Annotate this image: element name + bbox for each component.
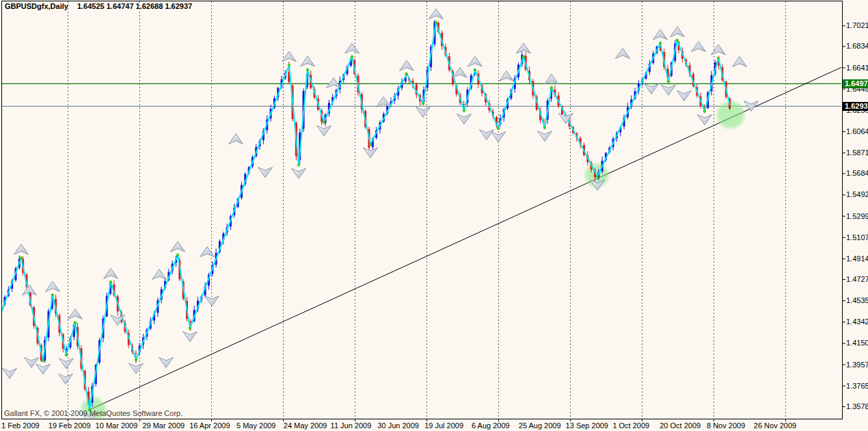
chart-window: GBPUSDgfx,Daily1.64525 1.64747 1.62688 1… xyxy=(0,0,868,431)
price-tick-label: 1.58715 xyxy=(846,148,868,157)
date-axis[interactable]: 1 Feb 200919 Feb 200910 Mar 200929 Mar 2… xyxy=(0,421,868,431)
price-tick-label: 1.49145 xyxy=(846,254,868,263)
date-label: 26 Nov 2009 xyxy=(754,421,796,430)
date-label: 6 Aug 2009 xyxy=(472,421,510,430)
price-tick-label: 1.66415 xyxy=(846,64,868,72)
price-tick-label: 1.52995 xyxy=(846,212,868,220)
date-label: 16 Apr 2009 xyxy=(189,421,230,430)
price-tick-label: 1.45350 xyxy=(846,296,868,304)
ohlc-quotes: 1.64525 1.64747 1.62688 1.62937 xyxy=(77,2,192,10)
date-label: 1 Oct 2009 xyxy=(612,421,649,430)
copyright-text: Gallant FX, © 2001-2009 MetaQuotes Softw… xyxy=(4,409,182,417)
date-label: 5 May 2009 xyxy=(236,421,275,430)
price-tick-label: 1.60640 xyxy=(846,127,868,135)
date-label: 30 Jun 2009 xyxy=(377,421,419,430)
price-tick-label: 1.54920 xyxy=(846,190,868,198)
price-tick-label: 1.39575 xyxy=(846,361,868,369)
price-tick-label: 1.51070 xyxy=(846,233,868,241)
price-tick-label: 1.47275 xyxy=(846,275,868,283)
date-label: 25 Aug 2009 xyxy=(519,421,561,430)
date-label: 13 Sep 2009 xyxy=(566,421,608,430)
date-label: 29 Mar 2009 xyxy=(142,421,185,430)
price-tick-label: 1.70210 xyxy=(846,21,868,29)
date-label: 24 May 2009 xyxy=(284,421,327,430)
date-label: 8 Nov 2009 xyxy=(707,421,745,430)
chart-title: GBPUSDgfx,Daily1.64525 1.64747 1.62688 1… xyxy=(5,2,192,10)
price-tick-label: 1.68340 xyxy=(846,42,868,50)
date-label: 19 Feb 2009 xyxy=(49,421,91,430)
price-tick-label: 1.43425 xyxy=(846,317,868,326)
symbol-period-label: GBPUSDgfx,Daily xyxy=(5,2,68,10)
price-axis[interactable]: 1.702101.683401.664151.644901.625651.606… xyxy=(0,0,868,431)
price-tag-current: 1.62937 xyxy=(843,102,868,111)
date-label: 19 Jul 2009 xyxy=(424,421,463,430)
date-label: 11 Jun 2009 xyxy=(331,421,372,430)
date-label: 10 Mar 2009 xyxy=(96,421,138,430)
price-tick-label: 1.37650 xyxy=(846,382,868,390)
price-tag-green-line: 1.64977 xyxy=(843,79,868,88)
price-tick-label: 1.56845 xyxy=(846,169,868,177)
price-tick-label: 1.41500 xyxy=(846,339,868,347)
date-label: 20 Oct 2009 xyxy=(660,421,701,430)
price-tick-label: 1.35780 xyxy=(846,402,868,410)
date-label: 1 Feb 2009 xyxy=(1,421,40,430)
